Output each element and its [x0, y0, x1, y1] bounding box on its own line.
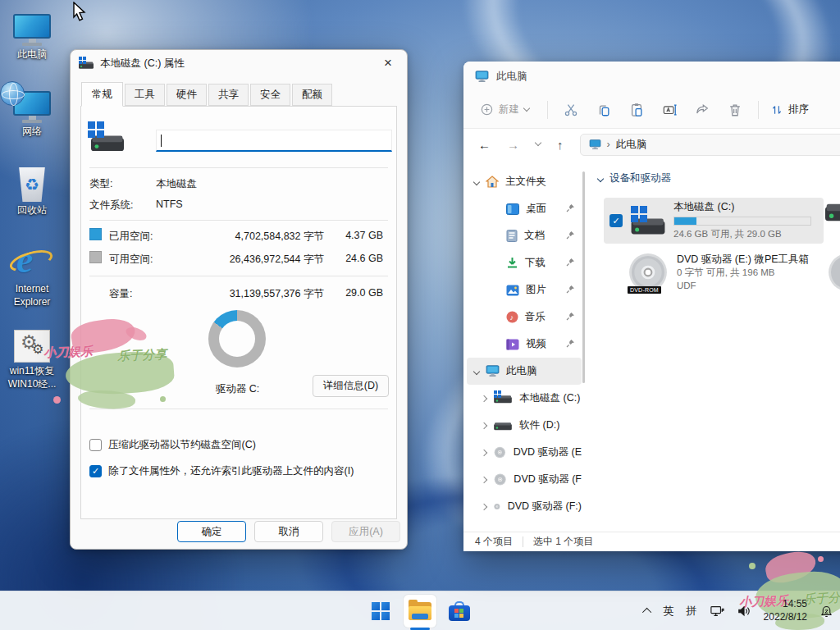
- gears-icon: ⚙⚙: [3, 326, 61, 363]
- chevron-down-icon[interactable]: [473, 368, 480, 374]
- taskbar-store-button[interactable]: [443, 595, 476, 628]
- drive-c-label: 驱动器 C:: [178, 382, 297, 396]
- share-button[interactable]: [686, 103, 719, 117]
- group-header-devices[interactable]: 设备和驱动器: [598, 171, 840, 185]
- chevron-right-icon[interactable]: [481, 476, 487, 482]
- divider: [89, 220, 388, 221]
- hidden-icons-chevron[interactable]: [642, 608, 651, 617]
- sidebar-item-music[interactable]: ♪ 音乐: [467, 304, 582, 331]
- start-button[interactable]: [364, 595, 397, 628]
- cut-button[interactable]: [555, 103, 587, 117]
- selected-checkbox[interactable]: ✓: [609, 214, 623, 227]
- capacity-bar: [673, 217, 811, 226]
- sidebar-item-dvd-2[interactable]: DVD 驱动器 (F:): [467, 493, 582, 520]
- sidebar-item-downloads[interactable]: 下载: [467, 249, 582, 276]
- taskbar-center: [364, 591, 476, 630]
- tab-hardware[interactable]: 硬件: [167, 84, 207, 106]
- network-icon[interactable]: [710, 605, 724, 618]
- tab-sharing[interactable]: 共享: [208, 84, 249, 106]
- ime-english-indicator[interactable]: 英: [664, 604, 674, 619]
- delete-button[interactable]: [719, 103, 751, 117]
- free-space-bytes: 26,436,972,544 字节: [230, 253, 324, 267]
- ime-pinyin-indicator[interactable]: 拼: [687, 604, 697, 619]
- new-button[interactable]: 新建: [480, 103, 541, 116]
- index-checkbox[interactable]: ✓: [89, 465, 102, 477]
- desktop-icon-win11-restore[interactable]: ⚙⚙ win11恢复 WIN10经...: [3, 326, 61, 390]
- explorer-content: 设备和驱动器 ✓: [585, 160, 840, 532]
- sidebar-item-documents[interactable]: 文档: [467, 222, 582, 249]
- history-chevron-icon[interactable]: [535, 139, 541, 146]
- desktop-folder-icon: [506, 203, 519, 215]
- free-space-label: 可用空间:: [109, 253, 153, 267]
- sidebar-item-dvd-f[interactable]: DVD 驱动器 (F: [467, 466, 582, 493]
- chevron-right-icon[interactable]: [481, 395, 487, 401]
- capacity-bytes: 31,139,557,376 字节: [230, 287, 324, 301]
- index-checkbox-label: 除了文件属性外，还允许索引此驱动器上文件的内容(I): [108, 464, 354, 478]
- sidebar-item-drive-d[interactable]: 软件 (D:): [467, 412, 582, 439]
- free-space-size: 24.6 GB: [345, 253, 383, 264]
- copy-icon: [596, 103, 611, 117]
- folder-icon: [409, 602, 431, 620]
- sidebar-item-pictures[interactable]: 图片: [467, 276, 582, 304]
- desktop-icon-network[interactable]: 网络: [3, 87, 61, 139]
- tab-tools[interactable]: 工具: [125, 84, 165, 106]
- copy-button[interactable]: [587, 103, 620, 117]
- chevron-down-icon: [523, 105, 530, 112]
- details-button[interactable]: 详细信息(D): [313, 375, 389, 397]
- taskbar-clock[interactable]: 14:55 2022/8/12: [764, 598, 807, 623]
- up-button[interactable]: ↑: [557, 138, 564, 152]
- desktop-icon-label: Internet Explorer: [3, 283, 61, 308]
- sidebar-item-drive-c[interactable]: 本地磁盘 (C:): [467, 385, 582, 412]
- forward-button[interactable]: →: [507, 138, 519, 152]
- paste-button[interactable]: [620, 103, 653, 117]
- chevron-down-icon[interactable]: [473, 178, 480, 185]
- address-bar[interactable]: › 此电脑: [580, 134, 840, 156]
- cancel-button[interactable]: 取消: [254, 521, 323, 542]
- sidebar-item-videos[interactable]: 视频: [467, 331, 582, 358]
- drive-c-tile[interactable]: ✓ 本地磁盘 (C:): [604, 198, 824, 244]
- sort-button[interactable]: 排序: [765, 103, 809, 116]
- dialog-titlebar[interactable]: 本地磁盘 (C:) 属性 ×: [71, 50, 407, 76]
- sort-button-label: 排序: [788, 103, 809, 116]
- home-icon: [486, 176, 499, 188]
- tab-general[interactable]: 常规: [81, 82, 123, 107]
- speaker-icon[interactable]: [737, 605, 751, 618]
- chevron-right-icon[interactable]: [481, 449, 487, 455]
- close-icon[interactable]: ×: [376, 53, 400, 73]
- desktop-icon-this-pc[interactable]: 此电脑: [3, 10, 61, 62]
- explorer-titlebar[interactable]: 此电脑: [463, 62, 840, 91]
- desktop-icon-label: 此电脑: [3, 48, 61, 62]
- dvd-e-tile[interactable]: DVD-ROM DVD 驱动器 (E:) 微PE工具箱 0 字节 可用, 共 1…: [604, 247, 824, 298]
- compress-checkbox-label: 压缩此驱动器以节约磁盘空间(C): [108, 438, 256, 452]
- drive-filesystem: UDF: [677, 280, 809, 293]
- volume-name-input[interactable]: [156, 130, 392, 152]
- desktop-icon-label: 回收站: [3, 204, 61, 217]
- sidebar-item-this-pc[interactable]: 此电脑: [467, 358, 582, 385]
- apply-button[interactable]: 应用(A): [331, 521, 400, 542]
- desktop-icon-internet-explorer[interactable]: e Internet Explorer: [3, 244, 61, 308]
- notification-bell-icon[interactable]: [819, 605, 833, 619]
- sidebar-item-home[interactable]: 主文件夹: [467, 168, 582, 195]
- pin-icon: [566, 258, 575, 267]
- ok-button[interactable]: 确定: [177, 521, 246, 542]
- index-checkbox-row[interactable]: ✓ 除了文件属性外，还允许索引此驱动器上文件的内容(I): [89, 464, 354, 478]
- desktop-icon-recycle-bin[interactable]: ♻ 回收站: [3, 166, 61, 217]
- microsoft-store-icon: [449, 601, 470, 621]
- clock-date: 2022/8/12: [764, 611, 807, 624]
- drive-d-icon-partial[interactable]: [825, 203, 840, 222]
- breadcrumb-this-pc[interactable]: 此电脑: [616, 138, 647, 152]
- back-button[interactable]: ←: [478, 138, 491, 152]
- tab-security[interactable]: 安全: [250, 84, 290, 106]
- tab-quota[interactable]: 配额: [292, 84, 332, 106]
- free-space-swatch: [89, 251, 102, 263]
- dvd-icon-partial[interactable]: [827, 252, 840, 293]
- used-space-bytes: 4,702,584,832 字节: [235, 230, 324, 244]
- rename-button[interactable]: [653, 103, 686, 117]
- taskbar-file-explorer-button[interactable]: [404, 595, 436, 628]
- chevron-right-icon[interactable]: [481, 503, 487, 509]
- chevron-right-icon[interactable]: [481, 422, 487, 428]
- sidebar-item-desktop[interactable]: 桌面: [467, 195, 582, 222]
- compress-checkbox[interactable]: [89, 439, 102, 451]
- compress-checkbox-row[interactable]: 压缩此驱动器以节约磁盘空间(C): [89, 438, 256, 452]
- sidebar-item-dvd-e[interactable]: DVD 驱动器 (E: [467, 439, 582, 466]
